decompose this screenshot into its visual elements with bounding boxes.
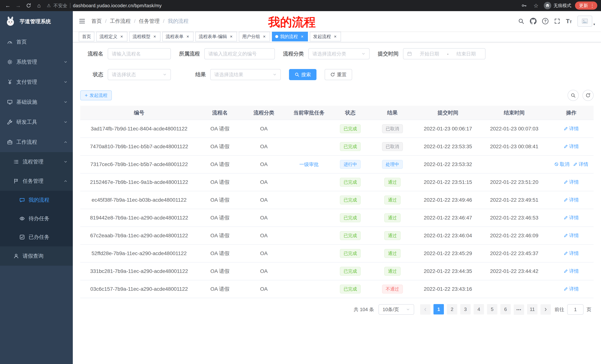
detail-link[interactable]: 详情 (564, 214, 579, 221)
sidebar-item-my-process[interactable]: 我的流程 (0, 191, 73, 209)
sidebar-item-task-management[interactable]: 任务管理 (0, 172, 73, 191)
detail-link[interactable]: 详情 (564, 268, 579, 274)
tab-流程模型[interactable]: 流程模型× (129, 32, 160, 41)
sidebar-item-label: 请假查询 (23, 252, 43, 259)
sidebar-item-todo-tasks[interactable]: 待办任务 (0, 209, 73, 228)
page-button-2[interactable]: 2 (447, 304, 457, 315)
tab-close-icon[interactable]: × (333, 34, 338, 39)
process-definition-input[interactable] (204, 48, 275, 59)
browser-menu-icon[interactable]: ⋮ (589, 3, 595, 9)
sidebar-item-home[interactable]: 首页 (0, 32, 73, 52)
page-button-3[interactable]: 3 (460, 304, 471, 315)
plus-icon: + (85, 93, 88, 98)
detail-link[interactable]: 详情 (564, 179, 579, 185)
bookmark-star-icon[interactable]: ☆ (532, 1, 540, 10)
tab-流程表单[interactable]: 流程表单× (162, 32, 193, 41)
tab-close-icon[interactable]: × (262, 34, 267, 39)
detail-link[interactable]: 详情 (564, 197, 579, 203)
sidebar-item-infrastructure[interactable]: 基础设施 (0, 92, 73, 112)
page-button-6[interactable]: 6 (500, 304, 511, 315)
tab-close-icon[interactable]: × (229, 34, 234, 39)
tab-我的流程[interactable]: 我的流程× (272, 32, 308, 41)
prev-page-button[interactable] (420, 304, 431, 315)
font-size-icon[interactable]: TT (566, 18, 572, 24)
detail-link[interactable]: 详情 (564, 125, 579, 132)
goto-page-input[interactable] (567, 304, 583, 315)
github-icon[interactable] (530, 18, 537, 25)
home-icon[interactable]: ⌂ (35, 1, 43, 10)
tab-close-icon[interactable]: × (300, 34, 305, 39)
page-button-1[interactable]: 1 (433, 304, 444, 315)
current-task-link[interactable]: 一级审批 (299, 161, 319, 168)
page-size-select[interactable]: 10条/页 (379, 304, 414, 315)
sidebar-item-system[interactable]: 系统管理 (0, 52, 73, 72)
process-name-input-field[interactable] (112, 51, 167, 57)
next-page-button[interactable] (541, 304, 551, 315)
user-menu[interactable]: ▾ (577, 16, 595, 27)
submit-time-range-picker[interactable]: 开始日期 - 结束日期 (403, 48, 485, 59)
tab-close-icon[interactable]: × (119, 34, 124, 39)
page-button-5[interactable]: 5 (487, 304, 497, 315)
tab-发起流程[interactable]: 发起流程× (310, 32, 341, 41)
reset-button[interactable]: 重置 (325, 69, 352, 80)
sidebar-item-payment[interactable]: 支付管理 (0, 72, 73, 92)
tab-流程定义[interactable]: 流程定义× (96, 32, 127, 41)
status-select-field[interactable] (112, 72, 160, 77)
detail-link[interactable]: 详情 (573, 161, 588, 168)
status-select[interactable] (108, 69, 171, 80)
search-icon[interactable] (518, 18, 524, 24)
tab-用户分组[interactable]: 用户分组× (239, 32, 270, 41)
annotation-overlay-text: 我的流程 (268, 14, 316, 30)
hamburger-icon[interactable] (79, 18, 85, 25)
sidebar-item-process-management[interactable]: 流程管理 (0, 152, 73, 172)
update-button[interactable]: 更新 ⋮ (575, 1, 597, 10)
chevron-down-icon (273, 73, 277, 77)
toggle-search-button[interactable] (568, 90, 579, 101)
search-button[interactable]: 搜索 (289, 69, 316, 80)
sidebar-item-done-tasks[interactable]: 已办任务 (0, 228, 73, 246)
page-size-value: 10条/页 (383, 306, 399, 313)
breadcrumb-item-home[interactable]: 首页 (91, 18, 102, 25)
cell-submit-time: 2022-01-23 00:06:17 (416, 120, 480, 138)
sidebar-item-devtools[interactable]: 研发工具 (0, 112, 73, 132)
incognito-badge[interactable]: 无痕模式 (544, 2, 571, 9)
process-category-select-field[interactable] (312, 51, 359, 57)
sidebar-item-leave-query[interactable]: 请假查询 (0, 246, 73, 266)
sidebar-item-workflow[interactable]: 工作流程 (0, 132, 73, 152)
process-definition-input-field[interactable] (208, 51, 271, 57)
page-buttons: 123456•••11 (432, 304, 539, 315)
forward-icon[interactable]: → (14, 1, 22, 10)
tab-close-icon[interactable]: × (152, 34, 157, 39)
result-select[interactable] (210, 69, 281, 80)
fullscreen-icon[interactable] (554, 18, 560, 24)
cell-submit-time: 2022-01-22 23:53:35 (416, 138, 480, 155)
process-name-input[interactable] (108, 48, 171, 59)
column-header: 结束时间 (480, 106, 549, 120)
detail-link[interactable]: 详情 (564, 232, 579, 239)
cancel-link[interactable]: 取消 (554, 161, 570, 168)
breadcrumb-item-workflow[interactable]: 工作流程 (110, 18, 131, 25)
help-icon[interactable]: ? (542, 18, 549, 24)
result-select-field[interactable] (214, 72, 270, 77)
cell-result: 通过 (369, 262, 416, 280)
page-button-4[interactable]: 4 (474, 304, 484, 315)
breadcrumb-item-task-management[interactable]: 任务管理 (139, 18, 160, 25)
result-tag: 已取消 (382, 142, 403, 151)
tab-close-icon[interactable]: × (185, 34, 190, 39)
address-bar[interactable]: ⚠ 不安全 dashboard.yudao.iocoder.cn/bpm/tas… (47, 3, 516, 9)
process-category-select[interactable] (308, 48, 370, 59)
detail-link[interactable]: 详情 (564, 286, 579, 292)
key-icon[interactable] (520, 1, 528, 10)
refresh-table-button[interactable] (582, 90, 594, 101)
back-icon[interactable]: ← (4, 1, 12, 10)
detail-link[interactable]: 详情 (564, 143, 579, 150)
tab-首页[interactable]: 首页 (79, 32, 94, 41)
page-button-11[interactable]: 11 (527, 304, 538, 315)
reload-icon[interactable] (25, 1, 33, 10)
create-process-button[interactable]: + 发起流程 (80, 90, 112, 100)
detail-link[interactable]: 详情 (564, 250, 579, 257)
more-pages-icon[interactable]: ••• (514, 305, 524, 315)
tab-流程表单-编辑[interactable]: 流程表单-编辑× (195, 32, 237, 41)
cell-status: 已完成 (332, 280, 369, 298)
app-logo-row[interactable]: 芋道管理系统 (0, 11, 73, 32)
